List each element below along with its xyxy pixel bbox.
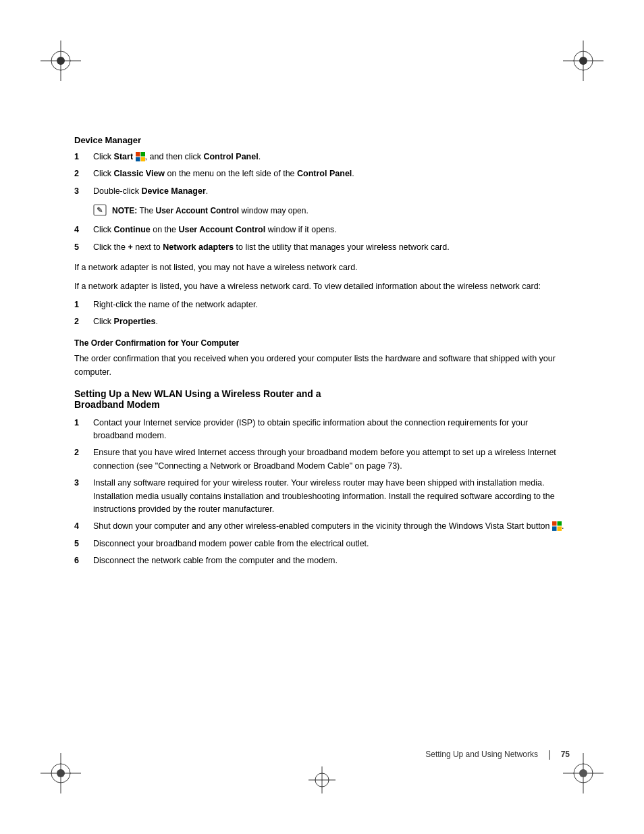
classic-view-bold: Classic View <box>114 169 165 178</box>
sub-step-1: 1 Right-click the name of the network ad… <box>74 298 570 311</box>
wlan-step-4: 4 Shut down your computer and any other … <box>74 520 570 533</box>
control-panel-bold-1: Control Panel <box>203 152 258 161</box>
svg-rect-27 <box>552 526 557 531</box>
page-number: 75 <box>561 750 570 759</box>
corner-mark-tr <box>563 41 603 81</box>
svg-point-7 <box>579 57 587 65</box>
step-1: 1 Click Start , and then click Control P… <box>74 151 570 163</box>
para-no-adapter: If a network adapter is not listed, you … <box>74 261 570 274</box>
device-manager-heading: Device Manager <box>74 135 570 145</box>
corner-mark-tl <box>41 41 81 81</box>
order-confirmation-heading: The Order Confirmation for Your Computer <box>74 338 570 348</box>
wlan-step-2: 2 Ensure that you have wired Internet ac… <box>74 446 570 473</box>
step-5: 5 Click the + next to Network adapters t… <box>74 241 570 254</box>
step-2: 2 Click Classic View on the menu on the … <box>74 167 570 180</box>
wlan-step-5: 5 Disconnect your broadband modem power … <box>74 538 570 550</box>
wlan-step-6: 6 Disconnect the network cable from the … <box>74 554 570 567</box>
main-content: Device Manager 1 Click Start <box>74 135 570 746</box>
footer-section-label: Setting Up and Using Networks <box>425 750 538 759</box>
svg-rect-21 <box>136 157 140 161</box>
svg-point-3 <box>57 57 65 65</box>
svg-rect-25 <box>552 521 557 526</box>
wlan-steps: 1 Contact your Internet service provider… <box>74 417 570 568</box>
device-manager-bold: Device Manager <box>142 186 206 196</box>
continue-bold: Continue <box>114 225 151 234</box>
wlan-step-1: 1 Contact your Internet service provider… <box>74 417 570 443</box>
footer-divider: | <box>548 749 551 760</box>
svg-point-11 <box>57 769 65 777</box>
network-adapters-bold: Network adapters <box>163 242 234 252</box>
device-manager-section: Device Manager 1 Click Start <box>74 135 570 329</box>
svg-rect-28 <box>558 526 562 531</box>
windows-logo-2 <box>552 521 562 531</box>
note-box: ✎ NOTE: The User Account Control window … <box>93 205 570 219</box>
page-footer: Setting Up and Using Networks | 75 <box>74 749 570 760</box>
wlan-setup-section: Setting Up a New WLAN Using a Wireless R… <box>74 388 570 568</box>
plus-sign: + <box>128 242 132 252</box>
control-panel-bold-2: Control Panel <box>297 169 352 178</box>
windows-logo-1 <box>136 152 145 161</box>
device-manager-steps: 1 Click Start , and then click Control P… <box>74 151 570 198</box>
svg-rect-22 <box>140 157 145 161</box>
page: Device Manager 1 Click Start <box>0 0 644 834</box>
note-text: NOTE: The User Account Control window ma… <box>112 205 308 217</box>
note-icon: ✎ <box>93 203 107 219</box>
wlan-step-3: 3 Install any software required for your… <box>74 477 570 516</box>
step-4: 4 Click Continue on the User Account Con… <box>74 224 570 236</box>
svg-text:✎: ✎ <box>97 206 103 214</box>
step-3: 3 Double-click Device Manager. <box>74 185 570 198</box>
sub-steps: 1 Right-click the name of the network ad… <box>74 298 570 329</box>
center-bottom-mark <box>308 766 336 793</box>
svg-point-15 <box>579 769 587 777</box>
properties-bold: Properties <box>114 317 156 326</box>
start-bold: Start <box>114 152 133 161</box>
para-adapter-listed: If a network adapter is listed, you have… <box>74 280 570 293</box>
svg-rect-19 <box>136 152 140 157</box>
order-confirmation-section: The Order Confirmation for Your Computer… <box>74 338 570 379</box>
device-manager-steps-2: 4 Click Continue on the User Account Con… <box>74 224 570 254</box>
svg-rect-20 <box>140 152 145 157</box>
svg-rect-26 <box>558 521 562 526</box>
order-confirmation-para: The order confirmation that you received… <box>74 352 570 379</box>
sub-step-2: 2 Click Properties. <box>74 315 570 328</box>
uac-bold: User Account Control <box>178 225 265 234</box>
wlan-setup-heading: Setting Up a New WLAN Using a Wireless R… <box>74 388 570 410</box>
